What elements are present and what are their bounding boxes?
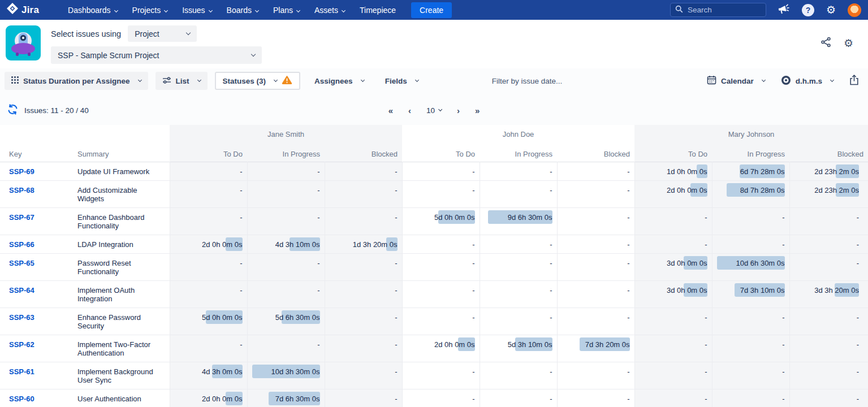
column-header-status: In Progress (247, 143, 325, 162)
duration-cell: 1d 3h 20m 0s (325, 235, 402, 253)
chevron-down-icon (255, 8, 259, 12)
chevron-down-icon (164, 8, 168, 12)
issues-range-label: Issues: 11 - 20 / 40 (24, 106, 89, 115)
announcements-icon[interactable] (778, 4, 790, 16)
duration-cell: - (247, 162, 325, 180)
issue-key-link[interactable]: SSP-62 (9, 340, 34, 349)
nav-item-issues[interactable]: Issues (175, 6, 219, 15)
nav-item-assets[interactable]: Assets (307, 6, 352, 15)
app-settings-icon[interactable]: ⚙ (844, 38, 853, 49)
issue-row: SSP-67 Enhance Dashboard Functionality--… (0, 207, 868, 235)
issue-key-link[interactable]: SSP-69 (9, 167, 34, 176)
duration-cell: - (557, 308, 634, 335)
app-header: Select issues using Project SSP - Sample… (0, 20, 868, 68)
duration-cell: 4d 3h 0m 0s (170, 362, 247, 389)
settings-icon[interactable]: ⚙ (826, 5, 836, 15)
duration-cell: 4d 3h 10m 0s (247, 235, 325, 253)
duration-cell: - (325, 180, 402, 207)
issue-key-link[interactable]: SSP-64 (9, 286, 34, 295)
issue-key-link[interactable]: SSP-67 (9, 213, 34, 222)
create-button[interactable]: Create (411, 2, 452, 18)
issue-summary: Password Reset Functionality (76, 253, 170, 280)
report-type-select[interactable]: Status Duration per Assignee (5, 72, 148, 90)
issue-key-link[interactable]: SSP-60 (9, 395, 34, 403)
issue-key-link[interactable]: SSP-65 (9, 259, 34, 267)
top-navigation: Jira DashboardsProjectsIssuesBoardsPlans… (0, 0, 868, 20)
share-icon[interactable] (821, 37, 831, 49)
statuses-filter-label: Statuses (3) (223, 77, 266, 85)
jira-logo[interactable]: Jira (7, 3, 39, 17)
duration-cell: 10d 6h 30m 0s (712, 253, 789, 280)
help-icon[interactable]: ? (802, 4, 814, 16)
chevron-down-icon (415, 77, 419, 81)
nav-item-dashboards[interactable]: Dashboards (61, 6, 125, 15)
issue-row: SSP-61 Implement Background User Sync4d … (0, 362, 868, 389)
issue-key-link[interactable]: SSP-61 (9, 367, 34, 376)
first-page-button[interactable]: « (388, 106, 393, 115)
statuses-filter-button[interactable]: Statuses (3) (215, 72, 301, 90)
column-header-status: To Do (634, 143, 712, 162)
global-search[interactable] (670, 3, 766, 17)
duration-cell: - (634, 308, 712, 335)
column-header-status: To Do (402, 143, 480, 162)
duration-cell: 7d 6h 30m 0s (247, 389, 325, 407)
project-select[interactable]: SSP - Sample Scrum Project (51, 46, 262, 64)
chevron-down-icon (438, 107, 442, 111)
issue-source-value: Project (135, 29, 159, 38)
assignees-filter-button[interactable]: Assignees (308, 72, 371, 90)
calendar-icon (707, 75, 716, 86)
duration-cell: 6d 7h 28m 0s (712, 162, 789, 180)
issue-summary: Add Customizable Widgets (76, 180, 170, 207)
issue-summary: LDAP Integration (76, 235, 170, 253)
issue-summary: Update UI Framework (76, 162, 170, 180)
duration-cell: - (325, 308, 402, 335)
issue-date-filter[interactable]: Filter by issue date... (492, 77, 563, 85)
duration-cell: - (247, 180, 325, 207)
assignee-group-header-row: Jane SmithJohn DoeMary Johnson (0, 125, 868, 143)
issue-summary: Enhance Dashboard Functionality (76, 207, 170, 235)
duration-cell: - (325, 280, 402, 308)
search-input[interactable] (688, 6, 755, 14)
prev-page-button[interactable]: ‹ (408, 106, 411, 115)
nav-item-plans[interactable]: Plans (266, 6, 307, 15)
issue-source-select[interactable]: Project (128, 25, 197, 42)
issue-row: SSP-66 LDAP Integration2d 0h 0m 0s4d 3h … (0, 235, 868, 253)
column-header-status: In Progress (712, 143, 789, 162)
duration-cell: 5d 3h 10m 0s (480, 335, 557, 362)
project-select-value: SSP - Sample Scrum Project (58, 51, 159, 60)
issue-key-link[interactable]: SSP-68 (9, 186, 34, 194)
chevron-down-icon (830, 77, 834, 81)
duration-cell: - (480, 180, 557, 207)
last-page-button[interactable]: » (475, 106, 480, 115)
refresh-icon[interactable] (7, 103, 19, 117)
duration-cell: - (480, 162, 557, 180)
nav-item-timepiece[interactable]: Timepiece (352, 6, 403, 15)
fields-filter-button[interactable]: Fields (378, 72, 425, 90)
duration-cell: - (170, 180, 247, 207)
duration-cell: 5d 0h 0m 0s (170, 308, 247, 335)
view-select-label: List (176, 77, 189, 85)
page-size-select[interactable]: 10 (426, 106, 442, 115)
chevron-down-icon (138, 77, 142, 81)
duration-cell: - (634, 207, 712, 235)
nav-item-projects[interactable]: Projects (125, 6, 175, 15)
duration-cell: - (557, 362, 634, 389)
calendar-select[interactable]: Calendar (707, 75, 765, 86)
duration-cell: - (402, 362, 480, 389)
column-header-status: In Progress (480, 143, 557, 162)
issue-key-link[interactable]: SSP-66 (9, 240, 34, 249)
issue-key-link[interactable]: SSP-63 (9, 313, 34, 322)
duration-cell: 2d 0h 0m 0s (402, 335, 480, 362)
duration-cell: - (634, 362, 712, 389)
duration-cell: - (480, 253, 557, 280)
issue-row: SSP-63 Enhance Password Security5d 0h 0m… (0, 308, 868, 335)
duration-cell: - (325, 389, 402, 407)
user-avatar[interactable] (848, 3, 861, 17)
duration-cell: 5d 0h 0m 0s (402, 207, 480, 235)
export-icon[interactable] (849, 75, 859, 87)
time-format-select[interactable]: d.h.m.s (781, 75, 834, 87)
duration-cell: 2d 0h 0m 0s (634, 180, 712, 207)
nav-item-boards[interactable]: Boards (219, 6, 266, 15)
view-select[interactable]: List (156, 72, 208, 90)
next-page-button[interactable]: › (457, 106, 460, 115)
